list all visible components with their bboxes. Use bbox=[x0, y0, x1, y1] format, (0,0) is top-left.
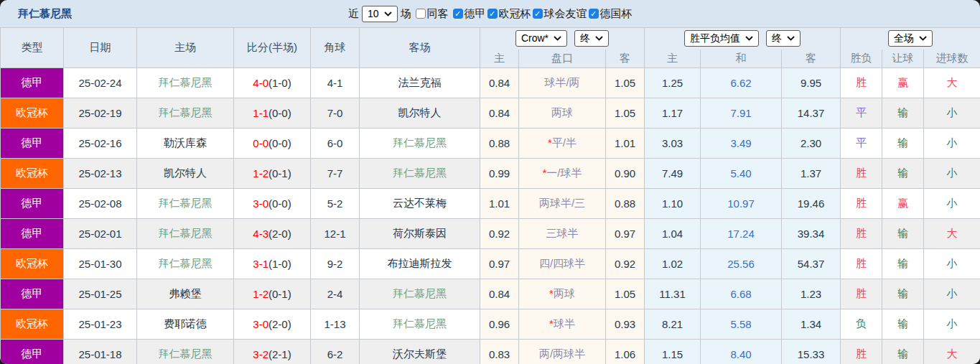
away-team: 拜仁慕尼黑 bbox=[360, 309, 480, 340]
result-cell: 胜 bbox=[841, 249, 882, 279]
score-cell: 3-0(2-0) bbox=[234, 309, 311, 340]
result-cell: 胜 bbox=[841, 159, 882, 189]
table-row: 欧冠杯25-01-30拜仁慕尼黑3-1(1-0)9-2布拉迪斯拉发0.97四/四… bbox=[1, 249, 980, 279]
avg-win: 7.49 bbox=[645, 159, 701, 189]
chevron-down-icon bbox=[554, 36, 561, 41]
same-away-checkbox-label[interactable]: 同客 bbox=[414, 7, 449, 21]
league-filter-欧冠杯[interactable]: ✓欧冠杯 bbox=[486, 7, 531, 21]
table-row: 欧冠杯25-01-23费耶诺德3-0(2-0)1-13拜仁慕尼黑0.96*球半0… bbox=[1, 309, 980, 340]
handicap-line: 四/四球半 bbox=[519, 249, 606, 279]
league-checkbox[interactable]: ✓ bbox=[533, 9, 543, 19]
col-header-home: 主场 bbox=[137, 28, 234, 68]
league-filter-德国杯[interactable]: ✓德国杯 bbox=[587, 7, 633, 21]
chevron-down-icon bbox=[787, 36, 795, 41]
corner-score: 2-4 bbox=[311, 279, 360, 309]
handicap-odds-away: 0.97 bbox=[606, 219, 645, 249]
sub-header-let-ball: 让球 bbox=[882, 50, 924, 68]
table-row: 德甲25-01-25弗赖堡1-2(0-1)2-4拜仁慕尼黑0.84*两球1.05… bbox=[1, 279, 980, 309]
home-team: 拜仁慕尼黑 bbox=[137, 219, 234, 249]
league-checkbox[interactable]: ✓ bbox=[453, 9, 463, 19]
handicap-line: 两/两球半 bbox=[519, 340, 606, 364]
score-cell: 3-2(2-1) bbox=[234, 340, 311, 364]
fulltime-score: 3-1 bbox=[253, 258, 269, 270]
home-team: 拜仁慕尼黑 bbox=[137, 340, 234, 364]
home-team: 勒沃库森 bbox=[137, 129, 234, 159]
handicap-odds-home: 0.88 bbox=[480, 129, 519, 159]
let-ball-cell: 赢 bbox=[882, 68, 924, 98]
handicap-odds-away: 1.06 bbox=[606, 340, 645, 364]
col-header-away: 客场 bbox=[360, 28, 480, 68]
goals-cell: 大 bbox=[924, 340, 980, 364]
let-ball-cell: 赢 bbox=[882, 189, 924, 219]
result-cell: 平 bbox=[841, 129, 882, 159]
avg-metric-value: 胜平负均值 bbox=[690, 32, 740, 45]
match-date: 25-02-19 bbox=[64, 98, 137, 129]
score-cell: 3-0(0-0) bbox=[234, 189, 311, 219]
avg-time-select[interactable]: 终 bbox=[766, 30, 801, 47]
score-cell: 1-2(0-1) bbox=[234, 159, 311, 189]
bookmaker-select-value: Crow* bbox=[521, 32, 549, 45]
halftime-score: (2-0) bbox=[269, 318, 291, 330]
table-row: 欧冠杯25-02-19拜仁慕尼黑1-1(0-0)7-0凯尔特人0.84两球1.0… bbox=[1, 98, 980, 129]
col-header-corner: 角球 bbox=[311, 28, 360, 68]
avg-metric-select[interactable]: 胜平负均值 bbox=[684, 30, 759, 47]
avg-draw: 6.68 bbox=[701, 279, 782, 309]
period-select[interactable]: 全场 bbox=[888, 30, 933, 47]
league-checkbox[interactable]: ✓ bbox=[487, 9, 498, 19]
avg-lose: 54.37 bbox=[782, 249, 841, 279]
corner-score: 12-1 bbox=[311, 219, 360, 249]
bookmaker-time-select[interactable]: 终 bbox=[574, 30, 609, 47]
corner-score: 6-0 bbox=[311, 129, 360, 159]
handicap-odds-away: 1.01 bbox=[606, 129, 645, 159]
score-cell: 4-3(2-0) bbox=[234, 219, 311, 249]
league-checkbox-label: 欧冠杯 bbox=[499, 7, 531, 21]
competition-badge: 德甲 bbox=[1, 68, 63, 98]
team-title: 拜仁慕尼黑 bbox=[18, 7, 72, 21]
avg-win: 1.04 bbox=[645, 219, 701, 249]
col-header-score: 比分(半场) bbox=[234, 28, 311, 68]
league-filter-球会友谊[interactable]: ✓球会友谊 bbox=[531, 7, 587, 21]
sub-header-avg-draw: 和 bbox=[701, 50, 782, 68]
score-cell: 0-0(0-0) bbox=[234, 129, 311, 159]
corner-score: 4-1 bbox=[311, 68, 360, 98]
handicap-line: *一/球半 bbox=[519, 159, 606, 189]
avg-win: 1.15 bbox=[645, 340, 701, 364]
handicap-odds-home: 0.99 bbox=[480, 159, 519, 189]
league-checkbox[interactable]: ✓ bbox=[589, 9, 599, 19]
away-team: 拜仁慕尼黑 bbox=[360, 279, 480, 309]
goals-cell: 小 bbox=[924, 279, 980, 309]
home-team: 拜仁慕尼黑 bbox=[137, 189, 234, 219]
match-date: 25-01-30 bbox=[64, 249, 137, 279]
match-count-select[interactable]: 10 bbox=[362, 6, 398, 22]
halftime-score: (1-0) bbox=[269, 258, 291, 270]
bookmaker-time-value: 终 bbox=[580, 32, 590, 45]
bookmaker-select[interactable]: Crow* bbox=[515, 30, 567, 47]
avg-win: 8.21 bbox=[645, 309, 701, 340]
type-badge-cell: 德甲 bbox=[1, 68, 64, 98]
competition-badge: 德甲 bbox=[1, 340, 63, 364]
avg-win: 3.03 bbox=[645, 129, 701, 159]
home-team: 费耶诺德 bbox=[137, 309, 234, 340]
handicap-line: 两球半/三 bbox=[519, 189, 606, 219]
goals-cell: 大 bbox=[924, 219, 980, 249]
avg-lose: 1.37 bbox=[782, 159, 841, 189]
handicap-line: 两球 bbox=[519, 98, 606, 129]
result-cell: 胜 bbox=[841, 279, 882, 309]
same-away-checkbox[interactable] bbox=[416, 9, 426, 19]
league-filter-德甲[interactable]: ✓德甲 bbox=[452, 7, 486, 21]
competition-badge: 欧冠杯 bbox=[1, 98, 63, 128]
handicap-line: *平/半 bbox=[519, 129, 606, 159]
type-badge-cell: 德甲 bbox=[1, 189, 64, 219]
handicap-group-header: Crow* 终 bbox=[480, 28, 645, 50]
near-label: 近 bbox=[348, 7, 359, 21]
fulltime-score: 3-0 bbox=[253, 318, 269, 330]
handicap-odds-away: 0.90 bbox=[606, 159, 645, 189]
handicap-odds-home: 0.92 bbox=[480, 219, 519, 249]
home-team: 弗赖堡 bbox=[137, 279, 234, 309]
avg-group-header: 胜平负均值 终 bbox=[645, 28, 841, 50]
avg-win: 11.31 bbox=[645, 279, 701, 309]
handicap-odds-away: 0.88 bbox=[606, 189, 645, 219]
avg-lose: 9.95 bbox=[782, 68, 841, 98]
match-date: 25-02-16 bbox=[64, 129, 137, 159]
away-team: 荷尔斯泰因 bbox=[360, 219, 480, 249]
